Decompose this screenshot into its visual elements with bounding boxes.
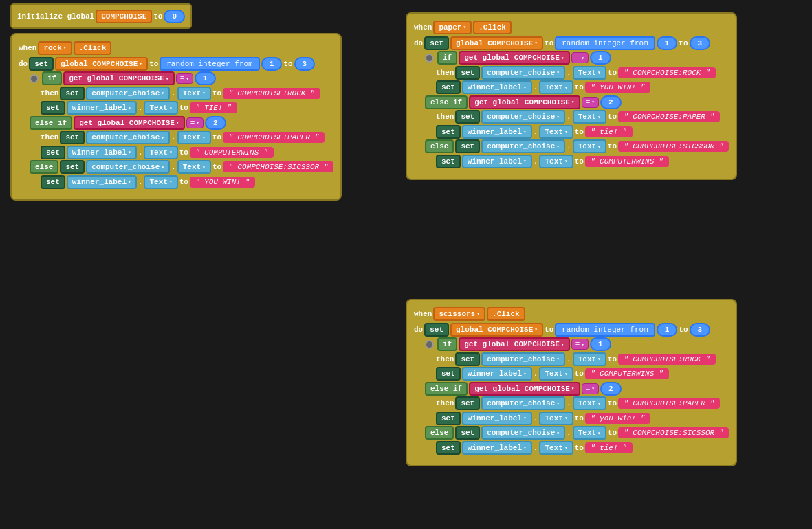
scissors-winner1[interactable]: winner_label ▾ xyxy=(462,367,532,381)
rock-set5[interactable]: set xyxy=(60,160,85,174)
rock-winner3[interactable]: winner_label ▾ xyxy=(67,175,137,189)
paper-set1[interactable]: set xyxy=(455,66,480,80)
scissors-comp2[interactable]: computer_choise ▾ xyxy=(481,396,565,410)
scissors-set4[interactable]: set xyxy=(436,412,461,425)
scissors-set3[interactable]: set xyxy=(455,396,480,410)
rock-text5[interactable]: Text ▾ xyxy=(177,160,211,174)
rock-eq2[interactable]: =▾ xyxy=(186,117,204,128)
rock-winner2[interactable]: winner_label ▾ xyxy=(67,146,137,159)
paper-text5[interactable]: Text ▾ xyxy=(573,139,606,153)
paper-compchoise-var[interactable]: global COMPCHOISE ▾ xyxy=(450,36,543,50)
paper-dot6: . xyxy=(534,157,538,166)
scissors-set5[interactable]: set xyxy=(455,426,480,440)
scissors-random[interactable]: random integer from xyxy=(555,323,655,337)
scissors-winner2[interactable]: winner_label ▾ xyxy=(462,412,532,425)
paper-set4[interactable]: set xyxy=(436,125,461,139)
rock-get2[interactable]: get global COMPCHOISE ▾ xyxy=(74,116,184,130)
scissors-get2[interactable]: get global COMPCHOISE ▾ xyxy=(469,382,580,396)
paper-set2[interactable]: set xyxy=(436,80,461,94)
scissors-comp3[interactable]: computer_choise ▾ xyxy=(481,426,565,440)
scissors-winner3[interactable]: winner_label ▾ xyxy=(462,441,532,455)
paper-eq2[interactable]: =▾ xyxy=(582,97,599,108)
gear-icon-paper[interactable] xyxy=(425,54,434,63)
paper-set3[interactable]: set xyxy=(455,110,480,124)
paper-event[interactable]: .Click xyxy=(473,21,512,34)
paper-get1[interactable]: get global COMPCHOISE ▾ xyxy=(459,51,569,65)
rock-component[interactable]: rock ▾ xyxy=(38,41,72,55)
rock-if[interactable]: if xyxy=(42,71,62,85)
paper-set-comp[interactable]: set xyxy=(424,36,449,50)
init-var[interactable]: COMPCHOISE xyxy=(96,10,152,23)
scissors-elseif[interactable]: else if xyxy=(425,382,468,396)
scissors-text1[interactable]: Text ▾ xyxy=(573,352,606,366)
paper-else[interactable]: else xyxy=(425,139,454,153)
paper-to7: to xyxy=(575,157,584,166)
scissors-get1[interactable]: get global COMPCHOISE ▾ xyxy=(459,337,569,351)
scissors-event[interactable]: .Click xyxy=(487,307,525,321)
paper-text4[interactable]: Text ▾ xyxy=(539,125,573,139)
scissors-str5: " COMPCHOISE:SICSSOR " xyxy=(618,427,729,438)
rock-set4[interactable]: set xyxy=(41,146,65,159)
paper-dot4: . xyxy=(534,128,538,136)
rock-compchoise-var[interactable]: global COMPCHOISE ▾ xyxy=(55,57,148,71)
gear-icon-scissors[interactable] xyxy=(425,340,434,349)
rock-comp-choise3[interactable]: computer_choise ▾ xyxy=(86,160,170,174)
rock-get1[interactable]: get global COMPCHOISE ▾ xyxy=(63,71,174,85)
scissors-comp1[interactable]: computer_choise ▾ xyxy=(481,352,565,366)
rock-text6[interactable]: Text ▾ xyxy=(144,175,177,189)
init-to: to xyxy=(153,12,162,21)
rock-comp-choise2[interactable]: computer_choise ▾ xyxy=(86,131,170,144)
rock-else[interactable]: else xyxy=(30,160,58,174)
paper-text2[interactable]: Text ▾ xyxy=(539,80,573,94)
scissors-component[interactable]: scissors ▾ xyxy=(433,307,485,321)
scissors-set6[interactable]: set xyxy=(436,441,461,455)
scissors-set1[interactable]: set xyxy=(455,352,480,366)
rock-set-comp[interactable]: set xyxy=(29,57,54,71)
rock-event[interactable]: .Click xyxy=(74,41,112,55)
gear-icon-rock[interactable] xyxy=(30,74,39,83)
paper-text6[interactable]: Text ▾ xyxy=(539,155,573,168)
rock-elseif[interactable]: else if xyxy=(30,116,72,130)
rock-set1[interactable]: set xyxy=(60,87,85,100)
rock-winner1[interactable]: winner_label ▾ xyxy=(67,101,137,115)
paper-winner1[interactable]: winner_label ▾ xyxy=(462,80,532,94)
rock-comp-choise1[interactable]: computer_choise ▾ xyxy=(86,87,170,100)
paper-set5[interactable]: set xyxy=(455,139,480,153)
rock-set3[interactable]: set xyxy=(60,131,85,144)
paper-winner3[interactable]: winner_label ▾ xyxy=(462,155,532,168)
rock-set2[interactable]: set xyxy=(41,101,65,115)
paper-comp3[interactable]: computer_choise ▾ xyxy=(481,139,565,153)
paper-winner2[interactable]: winner_label ▾ xyxy=(462,125,532,139)
scissors-set2[interactable]: set xyxy=(436,367,461,381)
paper-eq1[interactable]: =▾ xyxy=(571,52,589,63)
scissors-text3[interactable]: Text ▾ xyxy=(573,396,606,410)
scissors-text5[interactable]: Text ▾ xyxy=(573,426,606,440)
rock-text1[interactable]: Text ▾ xyxy=(177,87,211,100)
paper-get2[interactable]: get global COMPCHOISE ▾ xyxy=(469,95,580,109)
scissors-text4[interactable]: Text ▾ xyxy=(539,412,573,425)
rock-text3[interactable]: Text ▾ xyxy=(177,131,211,144)
rock-set6[interactable]: set xyxy=(41,175,65,189)
paper-component[interactable]: paper ▾ xyxy=(433,21,472,34)
paper-set6[interactable]: set xyxy=(436,155,461,168)
paper-if[interactable]: if xyxy=(437,51,457,65)
rock-text2[interactable]: Text ▾ xyxy=(144,101,177,115)
scissors-eq2[interactable]: =▾ xyxy=(582,383,599,394)
rock-text4[interactable]: Text ▾ xyxy=(144,146,177,159)
paper-text3[interactable]: Text ▾ xyxy=(573,110,606,124)
paper-comp2[interactable]: computer_choise ▾ xyxy=(481,110,565,124)
rock-eq1[interactable]: =▾ xyxy=(176,73,193,84)
scissors-compchoise-var[interactable]: global COMPCHOISE ▾ xyxy=(450,323,543,337)
scissors-text6[interactable]: Text ▾ xyxy=(539,441,573,455)
scissors-else[interactable]: else xyxy=(425,426,454,440)
paper-text1[interactable]: Text ▾ xyxy=(573,66,606,80)
scissors-dot4: . xyxy=(534,414,538,423)
scissors-set-comp[interactable]: set xyxy=(424,323,449,337)
scissors-text2[interactable]: Text ▾ xyxy=(539,367,573,381)
paper-comp1[interactable]: computer_choise ▾ xyxy=(481,66,565,80)
paper-elseif[interactable]: else if xyxy=(425,95,468,109)
scissors-eq1[interactable]: =▾ xyxy=(571,339,589,350)
rock-random[interactable]: random integer from xyxy=(160,57,259,71)
scissors-if[interactable]: if xyxy=(437,337,457,351)
paper-random[interactable]: random integer from xyxy=(555,36,655,50)
